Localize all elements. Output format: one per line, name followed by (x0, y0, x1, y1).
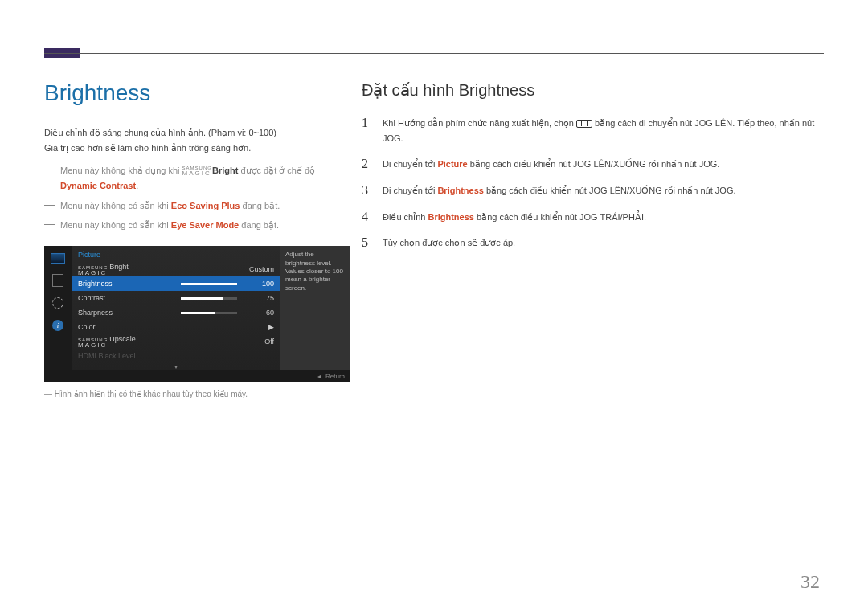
steps-list: 1Khi Hướng dẫn phím chức năng xuất hiện,… (362, 116, 824, 251)
osd-sidebar: i (44, 246, 72, 370)
step-text: Di chuyển tới Picture bằng cách điều khi… (383, 157, 824, 172)
config-heading: Đặt cấu hình Brightness (362, 80, 824, 100)
info-icon: i (49, 318, 67, 333)
step-number: 3 (362, 183, 373, 198)
osd-row: Sharpness60 (72, 305, 280, 320)
osd-row: HDMI Black Level (72, 349, 280, 363)
step-number: 5 (362, 235, 373, 250)
intro-para-2: Giá trị cao hơn sẽ làm cho hình ảnh trôn… (44, 141, 338, 156)
menu-icon (576, 120, 592, 128)
step-text: Điều chỉnh Brightness bằng cách điều khi… (383, 210, 824, 225)
step-item: 5Tùy chọn được chọn sẽ được áp. (362, 235, 824, 251)
note-item: ―Menu này không có sẵn khi Eye Saver Mod… (44, 218, 338, 233)
section-title: Brightness (44, 80, 338, 106)
step-item: 1Khi Hướng dẫn phím chức năng xuất hiện,… (362, 116, 824, 145)
osd-row: SAMSUNGMAGICBrightCustom (72, 262, 280, 276)
note-item: ―Menu này không có sẵn khi Eco Saving Pl… (44, 198, 338, 214)
image-disclaimer: ― Hình ảnh hiển thị có thể khác nhau tùy… (44, 390, 338, 398)
monitor-icon (49, 251, 67, 265)
step-text: Tùy chọn được chọn sẽ được áp. (383, 235, 824, 251)
osd-row: SAMSUNGMAGICUpscaleOff (72, 334, 280, 349)
osd-screenshot: i Picture SAMSUNGMAGICBrightCustomBright… (44, 246, 350, 382)
step-text: Di chuyển tới Brightness bằng cách điều … (383, 183, 824, 198)
step-item: 4Điều chỉnh Brightness bằng cách điều kh… (362, 210, 824, 225)
header-rule (44, 53, 824, 54)
osd-return-label: Return (326, 373, 345, 380)
step-item: 3Di chuyển tới Brightness bằng cách điều… (362, 183, 824, 198)
gear-icon (49, 296, 67, 310)
document-icon (49, 273, 67, 288)
osd-main-panel: Picture SAMSUNGMAGICBrightCustomBrightne… (72, 246, 280, 370)
left-triangle-icon: ◂ (317, 373, 321, 380)
step-number: 1 (362, 116, 373, 130)
note-item: ―Menu này không khả dụng khi SAMSUNGMAGI… (44, 163, 338, 193)
down-arrow-icon: ▾ (72, 363, 280, 370)
step-number: 2 (362, 157, 373, 171)
step-text: Khi Hướng dẫn phím chức năng xuất hiện, … (383, 116, 824, 145)
right-column: Đặt cấu hình Brightness 1Khi Hướng dẫn p… (362, 80, 824, 262)
osd-row: Brightness100 (72, 276, 280, 291)
step-number: 4 (362, 210, 373, 224)
osd-panel-title: Picture (72, 246, 280, 262)
osd-footer: ◂ Return (44, 370, 350, 382)
intro-para-1: Điều chỉnh độ sáng chung của hình ảnh. (… (44, 125, 338, 141)
step-item: 2Di chuyển tới Picture bằng cách điều kh… (362, 157, 824, 172)
osd-help-text: Adjust the brightness level. Values clos… (280, 246, 350, 370)
note-list: ―Menu này không khả dụng khi SAMSUNGMAGI… (44, 163, 338, 233)
page-number: 32 (800, 571, 820, 593)
osd-row: Color▶ (72, 320, 280, 334)
osd-row: Contrast75 (72, 291, 280, 305)
left-column: Brightness Điều chỉnh độ sáng chung của … (44, 80, 338, 398)
